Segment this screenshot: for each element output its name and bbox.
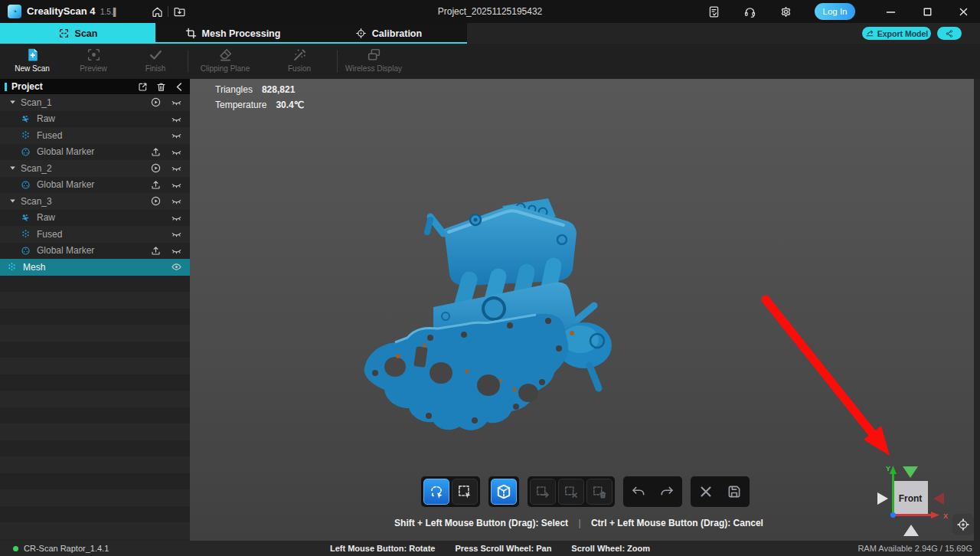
expand-arrow-icon[interactable]	[8, 97, 18, 107]
empty-row	[0, 391, 190, 407]
hint-select: Shift + Left Mouse Button (Drag): Select	[394, 518, 568, 528]
viewport-canvas[interactable]: Triangles828,821 Temperature30.4℃	[190, 79, 974, 541]
minimize-icon[interactable]	[884, 5, 897, 18]
eye-closed-icon[interactable]	[171, 195, 182, 207]
tree-item-mesh[interactable]: Mesh	[0, 259, 190, 276]
invert-selection-icon	[534, 483, 551, 500]
viewport-settings-button[interactable]	[952, 514, 974, 535]
tab-label: Scan	[75, 28, 98, 39]
tree-item-label: Raw	[37, 212, 162, 223]
tree-item-fused[interactable]: Fused	[0, 127, 190, 144]
tree-item-raw[interactable]: Raw	[0, 111, 190, 128]
expand-arrow-icon[interactable]	[8, 196, 18, 206]
calibration-tab-icon	[355, 28, 367, 39]
title-bar: ◔ CrealityScan 4 1.5.▌ Project_202511251…	[0, 0, 980, 23]
collapse-panel-icon[interactable]	[174, 81, 185, 93]
maximize-icon[interactable]	[921, 5, 934, 18]
hint-zoom: Scroll Wheel: Zoom	[571, 544, 650, 553]
expand-arrow-icon[interactable]	[8, 163, 18, 173]
tree-item-scan_1[interactable]: Scan_1	[0, 94, 190, 111]
delete-selection-icon	[591, 483, 608, 500]
tree-item-raw[interactable]: Raw	[0, 210, 190, 227]
gizmo-origin-dot	[890, 512, 896, 518]
gizmo-rotate-up-arrow	[903, 466, 918, 478]
undo-button[interactable]	[626, 479, 652, 505]
tree-item-global-marker[interactable]: Global Marker	[0, 243, 190, 260]
tab-scan[interactable]: Scan	[0, 23, 155, 44]
cube-select-icon	[495, 483, 512, 500]
export-icon	[865, 29, 874, 38]
play-icon[interactable]	[150, 195, 162, 207]
upload-icon[interactable]	[150, 245, 162, 257]
deselect-button[interactable]	[558, 479, 584, 505]
tree-item-global-marker[interactable]: Global Marker	[0, 177, 190, 194]
eye-closed-icon[interactable]	[171, 146, 182, 158]
eye-closed-icon[interactable]	[171, 228, 182, 240]
triangles-stat: Triangles828,821	[215, 84, 295, 95]
cancel-icon	[697, 483, 714, 500]
upload-icon[interactable]	[150, 146, 162, 158]
close-icon[interactable]	[957, 5, 970, 18]
delete-selection-button[interactable]	[586, 479, 612, 505]
tree-item-scan_3[interactable]: Scan_3	[0, 193, 190, 210]
tree-item-label: Fused	[37, 229, 162, 240]
tool-label: Wireless Display	[345, 64, 402, 73]
tool-wireless-display[interactable]: Wireless Display	[335, 47, 412, 73]
gizmo-x-label: X	[943, 512, 948, 520]
play-icon[interactable]	[150, 96, 162, 108]
project-sidebar: Project Scan_1RawFusedGlobal MarkerScan_…	[0, 79, 190, 541]
eye-closed-icon[interactable]	[171, 113, 182, 125]
tool-label: Fusion	[288, 64, 311, 73]
eye-closed-icon[interactable]	[171, 162, 182, 174]
release-notes-icon[interactable]	[707, 5, 720, 18]
orientation-gizmo[interactable]: Front Y X	[870, 459, 952, 540]
empty-row	[0, 440, 190, 457]
settings-icon[interactable]	[779, 5, 792, 18]
home-icon[interactable]	[151, 5, 164, 18]
eye-closed-icon[interactable]	[171, 179, 182, 191]
rect-select-button[interactable]	[452, 479, 478, 505]
save-button[interactable]	[721, 479, 747, 505]
play-icon[interactable]	[150, 162, 162, 174]
eye-closed-icon[interactable]	[171, 245, 182, 257]
redo-icon	[658, 483, 675, 500]
select-through-button[interactable]	[491, 479, 517, 505]
share-button[interactable]	[937, 27, 962, 40]
eye-closed-icon[interactable]	[171, 212, 182, 224]
open-project-icon[interactable]	[173, 5, 186, 18]
eye-closed-icon[interactable]	[171, 96, 182, 108]
eye-closed-icon[interactable]	[171, 129, 182, 141]
support-icon[interactable]	[743, 5, 756, 18]
export-project-icon[interactable]	[137, 81, 149, 93]
header-accent-bar	[5, 83, 7, 91]
redo-button[interactable]	[654, 479, 680, 505]
raw-icon	[20, 212, 31, 224]
invert-selection-button[interactable]	[530, 479, 556, 505]
tool-finish[interactable]: Finish	[117, 47, 194, 73]
marker-icon	[20, 146, 31, 158]
export-model-button[interactable]: Export Model	[862, 27, 931, 40]
cancel-button[interactable]	[693, 479, 719, 505]
tree-item-fused[interactable]: Fused	[0, 226, 190, 243]
tree-item-label: Mesh	[23, 262, 162, 273]
tree-item-label: Fused	[37, 130, 162, 141]
ram-available: RAM Available 2.94G / 15.69G	[858, 541, 972, 556]
tool-fusion[interactable]: Fusion	[261, 47, 338, 73]
delete-project-icon[interactable]	[155, 81, 167, 93]
empty-row	[0, 342, 190, 358]
eye-open-icon[interactable]	[171, 261, 182, 273]
tool-clipping-plane[interactable]: Clipping Plane	[187, 47, 263, 73]
raw-icon	[20, 113, 31, 125]
selection-toolbar	[421, 476, 750, 507]
empty-row	[0, 309, 190, 325]
selection-tool-group	[691, 476, 750, 507]
lasso-select-button[interactable]	[423, 479, 449, 505]
app-version: 1.5.▌	[100, 8, 119, 16]
tab-mesh-processing[interactable]: Mesh Processing	[155, 23, 310, 44]
login-button[interactable]: Log In	[815, 3, 855, 20]
upload-icon[interactable]	[150, 179, 162, 191]
tree-item-scan_2[interactable]: Scan_2	[0, 160, 190, 177]
tab-calibration[interactable]: Calibration	[310, 23, 467, 44]
mesh-processing-tab-icon	[185, 28, 197, 39]
tree-item-global-marker[interactable]: Global Marker	[0, 144, 190, 161]
